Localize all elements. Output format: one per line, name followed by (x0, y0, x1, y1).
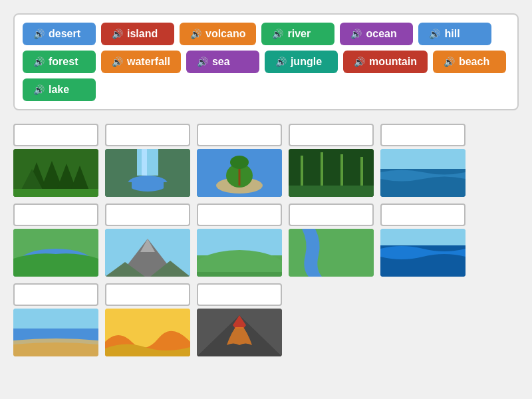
speaker-icon: 🔊 (33, 29, 45, 39)
svg-rect-8 (137, 149, 158, 176)
word-btn-river[interactable]: 🔊river (261, 23, 334, 45)
svg-rect-24 (380, 149, 466, 169)
word-label: mountain (369, 56, 417, 68)
match-item-1-2 (197, 203, 282, 277)
drop-box-volcano[interactable] (197, 283, 282, 306)
svg-rect-23 (289, 186, 374, 197)
speaker-icon: 🔊 (350, 29, 362, 39)
speaker-icon: 🔊 (190, 29, 201, 39)
svg-rect-11 (105, 182, 132, 197)
match-row-0 (13, 124, 519, 197)
match-item-2-2 (197, 283, 282, 356)
match-item-0-0 (13, 124, 98, 197)
match-area (13, 124, 519, 356)
match-item-0-2 (197, 124, 282, 197)
word-label: sea (212, 56, 230, 68)
speaker-icon: 🔊 (33, 57, 45, 67)
word-btn-lake[interactable]: 🔊lake (23, 78, 96, 101)
word-btn-volcano[interactable]: 🔊volcano (180, 23, 256, 45)
drop-box-mountain[interactable] (105, 203, 190, 226)
image-lake (13, 229, 98, 277)
speaker-icon: 🔊 (112, 57, 123, 67)
match-row-1 (13, 203, 519, 277)
speaker-icon: 🔊 (429, 29, 440, 39)
match-item-0-1 (105, 124, 190, 197)
svg-rect-6 (13, 189, 98, 197)
word-label: ocean (366, 28, 396, 40)
svg-point-10 (128, 176, 168, 192)
word-label: desert (49, 28, 80, 40)
match-item-0-4 (380, 124, 466, 197)
svg-rect-37 (380, 229, 466, 245)
image-sea (380, 229, 466, 277)
word-btn-beach[interactable]: 🔊beach (433, 51, 506, 73)
speaker-icon: 🔊 (112, 29, 123, 39)
drop-box-forest[interactable] (13, 124, 98, 146)
word-label: island (127, 28, 158, 40)
drop-box-waterfall[interactable] (105, 124, 190, 146)
word-label: beach (459, 56, 489, 68)
image-waterfall (105, 149, 190, 197)
drop-box-sea[interactable] (380, 203, 466, 226)
word-btn-mountain[interactable]: 🔊mountain (343, 51, 428, 73)
image-mountain (105, 229, 190, 277)
word-bank: 🔊desert🔊island🔊volcano🔊river🔊ocean🔊hill🔊… (13, 13, 519, 110)
word-btn-desert[interactable]: 🔊desert (23, 23, 96, 45)
speaker-icon: 🔊 (444, 57, 455, 67)
image-island (197, 149, 282, 197)
speaker-icon: 🔊 (275, 57, 287, 67)
match-item-1-0 (13, 203, 98, 277)
speaker-icon: 🔊 (272, 29, 283, 39)
word-btn-sea[interactable]: 🔊sea (186, 51, 259, 73)
image-beach (13, 309, 98, 356)
word-btn-hill[interactable]: 🔊hill (418, 23, 491, 45)
drop-box-river[interactable] (289, 203, 374, 226)
speaker-icon: 🔊 (33, 84, 45, 95)
drop-box-ocean[interactable] (380, 124, 466, 146)
svg-rect-36 (289, 229, 374, 277)
match-item-2-1 (105, 283, 190, 356)
word-btn-waterfall[interactable]: 🔊waterfall (101, 51, 181, 73)
drop-box-beach[interactable] (13, 283, 98, 306)
word-label: volcano (205, 28, 245, 40)
drop-box-jungle[interactable] (289, 124, 374, 146)
match-item-1-1 (105, 203, 190, 277)
image-river (289, 229, 374, 277)
svg-rect-41 (13, 342, 98, 356)
match-item-2-0 (13, 283, 98, 356)
svg-rect-9 (142, 149, 147, 176)
image-volcano (197, 309, 282, 356)
word-btn-jungle[interactable]: 🔊jungle (265, 51, 338, 73)
match-item-0-3 (289, 124, 374, 197)
word-label: waterfall (127, 56, 170, 68)
word-btn-island[interactable]: 🔊island (101, 23, 174, 45)
svg-rect-12 (164, 182, 190, 197)
word-label: forest (49, 56, 78, 68)
image-forest (13, 149, 98, 197)
image-desert (105, 309, 190, 356)
word-btn-ocean[interactable]: 🔊ocean (340, 23, 413, 45)
drop-box-desert[interactable] (105, 283, 190, 306)
speaker-icon: 🔊 (354, 57, 365, 67)
match-item-1-3 (289, 203, 374, 277)
word-label: lake (49, 84, 69, 96)
drop-box-lake[interactable] (13, 203, 98, 226)
word-label: river (287, 28, 311, 40)
word-btn-forest[interactable]: 🔊forest (23, 51, 96, 73)
speaker-icon: 🔊 (197, 57, 208, 67)
word-label: jungle (291, 56, 322, 68)
match-row-2 (13, 283, 519, 356)
image-hill (197, 229, 282, 277)
drop-box-hill[interactable] (197, 203, 282, 226)
svg-point-17 (230, 156, 249, 169)
svg-rect-35 (197, 272, 282, 277)
word-label: hill (444, 28, 460, 40)
image-ocean (380, 149, 466, 197)
drop-box-island[interactable] (197, 124, 282, 146)
svg-rect-39 (13, 309, 98, 329)
match-item-1-4 (380, 203, 466, 277)
image-jungle (289, 149, 374, 197)
